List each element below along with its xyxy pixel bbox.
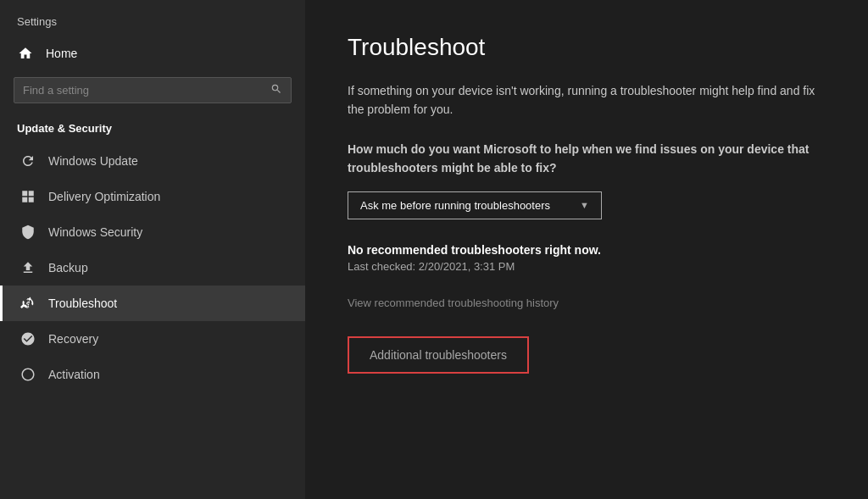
view-history-link[interactable]: View recommended troubleshooting history <box>348 297 826 309</box>
section-title: Update & Security <box>0 115 305 143</box>
refresh-icon <box>19 152 36 169</box>
sidebar-item-backup[interactable]: Backup <box>0 250 305 286</box>
shield-icon <box>19 224 36 241</box>
additional-troubleshooters-button[interactable]: Additional troubleshooters <box>348 336 529 374</box>
person-icon <box>19 330 36 347</box>
dropdown-label: Ask me before running troubleshooters <box>360 199 550 212</box>
app-title: Settings <box>0 0 305 36</box>
question-text: How much do you want Microsoft to help w… <box>348 140 826 178</box>
grid-icon <box>19 188 36 205</box>
sidebar-item-activation[interactable]: Activation <box>0 357 305 392</box>
search-box[interactable] <box>14 77 292 103</box>
page-title: Troubleshoot <box>348 34 826 61</box>
home-icon <box>17 45 34 62</box>
chevron-down-icon: ▼ <box>580 200 589 210</box>
main-content: Troubleshoot If something on your device… <box>305 0 868 499</box>
sidebar-item-windows-security[interactable]: Windows Security <box>0 214 305 250</box>
search-input[interactable] <box>23 84 270 97</box>
troubleshoot-dropdown[interactable]: Ask me before running troubleshooters ▼ <box>348 191 602 219</box>
wrench-icon <box>19 295 36 312</box>
upload-icon <box>19 259 36 276</box>
last-checked-text: Last checked: 2/20/2021, 3:31 PM <box>348 260 826 273</box>
sidebar-item-label: Backup <box>48 261 88 274</box>
sidebar-item-label: Delivery Optimization <box>48 190 160 203</box>
sidebar-item-label: Recovery <box>48 332 98 346</box>
circle-icon <box>19 366 36 383</box>
sidebar-item-home[interactable]: Home <box>0 36 305 70</box>
sidebar-item-label: Windows Security <box>48 225 142 239</box>
sidebar-item-recovery[interactable]: Recovery <box>0 321 305 357</box>
sidebar: Settings Home Update & Security Windows … <box>0 0 305 499</box>
home-label: Home <box>46 47 77 60</box>
no-recommended-text: No recommended troubleshooters right now… <box>348 243 826 257</box>
search-icon <box>270 83 282 97</box>
sidebar-item-delivery-optimization[interactable]: Delivery Optimization <box>0 179 305 214</box>
sidebar-item-troubleshoot[interactable]: Troubleshoot <box>0 286 305 321</box>
description-text: If something on your device isn't workin… <box>348 81 826 119</box>
sidebar-item-windows-update[interactable]: Windows Update <box>0 143 305 179</box>
sidebar-item-label: Windows Update <box>48 154 138 168</box>
sidebar-item-label: Troubleshoot <box>48 297 117 310</box>
sidebar-item-label: Activation <box>48 368 100 381</box>
